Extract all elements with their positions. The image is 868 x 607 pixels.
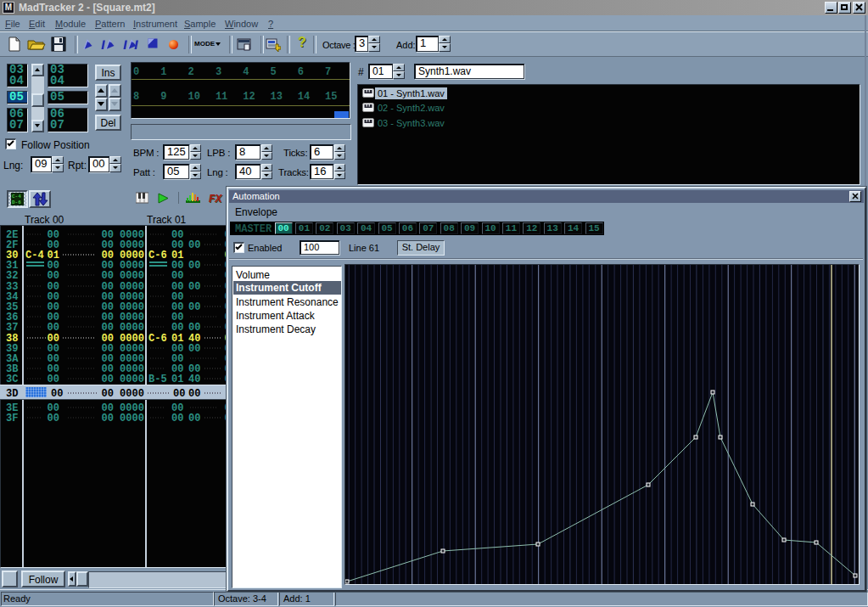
svg-text:C-4: C-4 [12, 194, 21, 200]
svg-text:D-6: D-6 [12, 200, 21, 205]
